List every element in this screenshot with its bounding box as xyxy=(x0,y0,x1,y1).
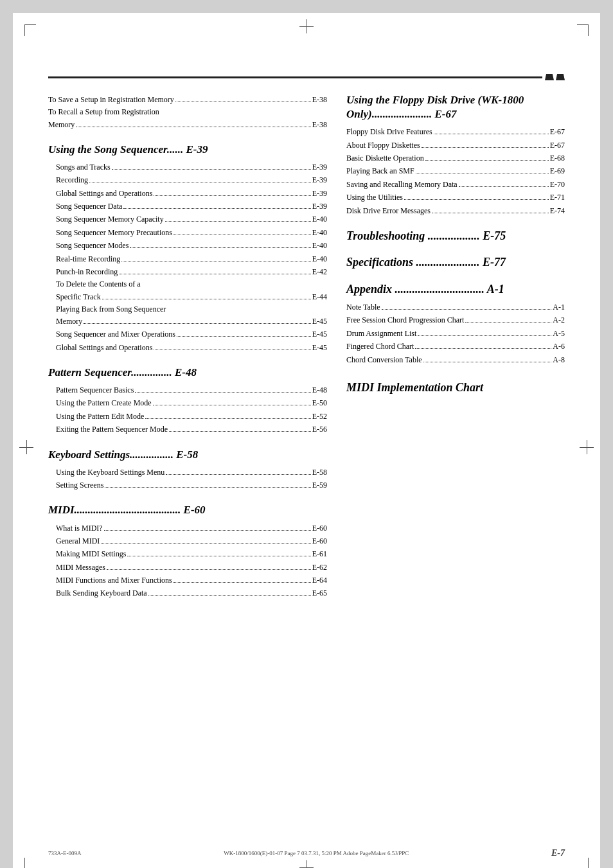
toc-entry-recall-setup: To Recall a Setup from Registration Memo… xyxy=(48,106,327,130)
toc-entry-exiting-pattern-seq: Exiting the Pattern Sequencer Mode E-56 xyxy=(48,423,327,436)
toc-entry-fingered-chord: Fingered Chord Chart A-6 xyxy=(346,340,565,353)
header-tab-1 xyxy=(545,74,554,80)
footer-left-text: 733A-E-009A xyxy=(48,850,82,856)
page: To Save a Setup in Registration Memory E… xyxy=(13,13,600,868)
toc-entry-disk-drive-error: Disk Drive Error Messages E-74 xyxy=(346,204,565,217)
crosshair-top xyxy=(299,19,314,33)
toc-entry-global-settings-ops-2: Global Settings and Operations E-45 xyxy=(48,341,327,354)
header-tab-2 xyxy=(556,74,565,80)
right-column: Using the Floppy Disk Drive (WK-1800 Onl… xyxy=(346,93,565,600)
section-header-song-sequencer: Using the Song Sequencer...... E-39 xyxy=(48,143,327,157)
footer-page-number: E-7 xyxy=(551,848,565,858)
toc-entry-using-utilities: Using the Utilities E-71 xyxy=(346,191,565,204)
toc-entry-pattern-seq-basics: Pattern Sequencer Basics E-48 xyxy=(48,384,327,396)
toc-entry-save-setup: To Save a Setup in Registration Memory E… xyxy=(48,93,327,106)
crosshair-right xyxy=(580,440,594,454)
toc-entry-note-table: Note Table A-1 xyxy=(346,301,565,314)
toc-entry-pattern-create-mode: Using the Pattern Create Mode E-50 xyxy=(48,396,327,409)
section-header-pattern-sequencer: Pattern Sequencer............... E-48 xyxy=(48,366,327,380)
section-header-keyboard-settings: Keyboard Settings................ E-58 xyxy=(48,448,327,462)
header-bar-tabs xyxy=(545,74,565,80)
toc-entry-punchin-recording: Punch-in Recording E-42 xyxy=(48,265,327,278)
toc-entry-global-settings-ops-1: Global Settings and Operations E-39 xyxy=(48,187,327,200)
toc-entry-realtime-recording: Real-time Recording E-40 xyxy=(48,252,327,265)
toc-entry-free-session-chord: Free Session Chord Progression Chart A-2 xyxy=(346,314,565,326)
toc-entry-midi-functions-mixer: MIDI Functions and Mixer Functions E-64 xyxy=(48,574,327,587)
toc-entry-recording: Recording E-39 xyxy=(48,173,327,186)
toc-entry-general-midi: General MIDI E-60 xyxy=(48,535,327,547)
header-bar-line xyxy=(48,76,542,78)
toc-entry-bulk-sending: Bulk Sending Keyboard Data E-65 xyxy=(48,587,327,599)
crosshair-bottom xyxy=(299,860,314,868)
corner-mark-bl xyxy=(24,858,36,868)
toc-entry-about-floppy: About Floppy Diskettes E-67 xyxy=(346,139,565,152)
toc-entry-saving-recalling-memory: Saving and Recalling Memory Data E-70 xyxy=(346,178,565,191)
footer-center-text: WK-1800/1600(E)-01-07 Page 7 03.7.31, 5:… xyxy=(224,850,409,856)
toc-entry-song-seq-memory-cap: Song Sequencer Memory Capacity E-40 xyxy=(48,213,327,226)
toc-entry-playing-back-smf: Playing Back an SMF E-69 xyxy=(346,164,565,177)
toc-entry-song-seq-data: Song Sequencer Data E-39 xyxy=(48,200,327,213)
toc-entry-keyboard-settings-menu: Using the Keyboard Settings Menu E-58 xyxy=(48,466,327,479)
section-header-troubleshooting: Troubleshooting .................. E-75 xyxy=(346,229,565,244)
crosshair-left xyxy=(19,440,33,454)
corner-mark-tl xyxy=(24,24,36,36)
toc-entry-setting-screens: Setting Screens E-59 xyxy=(48,479,327,492)
toc-entry-chord-conversion: Chord Conversion Table A-8 xyxy=(346,353,565,366)
corner-mark-tr xyxy=(577,24,589,36)
toc-entry-song-seq-precautions: Song Sequencer Memory Precautions E-40 xyxy=(48,226,327,239)
toc-entry-delete-contents: To Delete the Contents of a Specific Tra… xyxy=(48,278,327,303)
toc-entry-basic-diskette-op: Basic Diskette Operation E-68 xyxy=(346,152,565,164)
toc-entry-pattern-edit-mode: Using the Pattern Edit Mode E-52 xyxy=(48,410,327,423)
left-column: To Save a Setup in Registration Memory E… xyxy=(48,93,327,600)
toc-entry-songs-tracks: Songs and Tracks E-39 xyxy=(48,161,327,173)
toc-entry-song-seq-modes: Song Sequencer Modes E-40 xyxy=(48,239,327,252)
header-bar xyxy=(48,74,565,80)
toc-entry-song-seq-mixer-ops: Song Sequencer and Mixer Operations E-45 xyxy=(48,328,327,341)
section-header-midi-implementation: MIDI Implementation Chart xyxy=(346,380,565,395)
toc-entry-midi-messages: MIDI Messages E-62 xyxy=(48,561,327,574)
toc-entry-drum-assignment: Drum Assignment List A-5 xyxy=(346,327,565,340)
main-content: To Save a Setup in Registration Memory E… xyxy=(48,93,565,600)
toc-entry-making-midi-settings: Making MIDI Settings E-61 xyxy=(48,547,327,560)
section-header-midi: MIDI....................................… xyxy=(48,503,327,517)
corner-mark-br xyxy=(577,858,589,868)
section-header-appendix: Appendix ...............................… xyxy=(346,282,565,297)
toc-entry-what-is-midi: What is MIDI? E-60 xyxy=(48,522,327,535)
section-header-floppy-disk: Using the Floppy Disk Drive (WK-1800 Onl… xyxy=(346,93,565,121)
toc-entry-floppy-features: Floppy Disk Drive Features E-67 xyxy=(346,125,565,138)
toc-entry-playback-song-seq: Playing Back from Song Sequencer Memory … xyxy=(48,303,327,328)
footer: 733A-E-009A WK-1800/1600(E)-01-07 Page 7… xyxy=(48,848,565,858)
section-header-specifications: Specifications ...................... E-… xyxy=(346,255,565,270)
